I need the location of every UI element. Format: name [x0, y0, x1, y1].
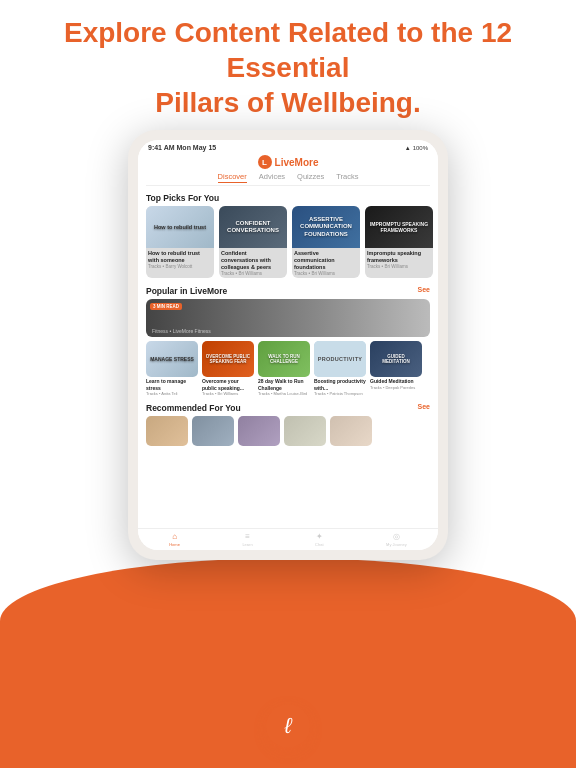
popular-title: Popular in LiveMore See — [138, 282, 438, 299]
top-picks-section: Top Picks For You How to rebuild trust H… — [138, 186, 438, 282]
tracks-row: MANAGE STRESS Learn to manage stress Tra… — [138, 341, 438, 399]
pick-card-2[interactable]: Confident conversations Confident conver… — [219, 206, 287, 278]
app-name: LiveMore — [275, 157, 319, 168]
pick-card-img-2: Confident conversations — [219, 206, 287, 248]
popular-section: Popular in LiveMore See Fitness • LiveMo… — [138, 282, 438, 337]
livermore-logo-bottom: ℓ — [266, 704, 310, 748]
track-img-productivity: PRODUCTIVITY — [314, 341, 366, 377]
recommended-title: Recommended For You See — [138, 399, 438, 416]
nav-tabs[interactable]: Discover Advices Quizzes Tracks — [146, 172, 430, 186]
track-img-stress: MANAGE STRESS — [146, 341, 198, 377]
status-icons: ▲ 100% — [405, 145, 428, 151]
tab-tracks[interactable]: Tracks — [336, 172, 358, 183]
rec-avatar-3[interactable] — [238, 416, 280, 446]
pick-card-img-1: How to rebuild trust — [146, 206, 214, 248]
track-card-walk[interactable]: WALK TO RUN CHALLENGE 28 day Walk to Run… — [258, 341, 310, 396]
pick-card-3[interactable]: Assertive communication foundations Asse… — [292, 206, 360, 278]
track-img-speaking: OVERCOME PUBLIC SPEAKING FEAR — [202, 341, 254, 377]
header-section: Explore Content Related to the 12 Essent… — [0, 15, 576, 120]
pick-card-4[interactable]: IMPROMPTU SPEAKING FRAMEWORKS Impromptu … — [365, 206, 433, 278]
recommended-row — [138, 416, 438, 446]
bottom-nav: ⌂ Home ≡ Learn ✦ Chat ◎ My Journey — [138, 528, 438, 550]
bottom-nav-learn[interactable]: ≡ Learn — [242, 532, 252, 547]
productivity-label: PRODUCTIVITY — [318, 356, 363, 362]
bottom-nav-chat[interactable]: ✦ Chat — [315, 532, 323, 547]
tab-discover[interactable]: Discover — [218, 172, 247, 183]
tab-advices[interactable]: Advices — [259, 172, 285, 183]
rec-avatar-5[interactable] — [330, 416, 372, 446]
app-logo: L LiveMore — [258, 155, 319, 169]
learn-icon: ≡ — [245, 532, 250, 541]
home-label: Home — [169, 542, 180, 547]
battery-icon: 100% — [413, 145, 428, 151]
journey-icon: ◎ — [393, 532, 400, 541]
popular-see-all[interactable]: See — [418, 286, 430, 293]
rec-avatar-4[interactable] — [284, 416, 326, 446]
tracks-section: MANAGE STRESS Learn to manage stress Tra… — [138, 341, 438, 399]
bottom-nav-journey[interactable]: ◎ My Journey — [386, 532, 407, 547]
track-card-meditation[interactable]: GUIDED MEDITATION Guided Meditation Trac… — [370, 341, 422, 396]
pick-card-1[interactable]: How to rebuild trust How to rebuild trus… — [146, 206, 214, 278]
banner-badge: 3 MIN READ — [150, 303, 182, 310]
tab-quizzes[interactable]: Quizzes — [297, 172, 324, 183]
pick-card-img-3: Assertive communication foundations — [292, 206, 360, 248]
rec-avatar-1[interactable] — [146, 416, 188, 446]
rec-avatar-2[interactable] — [192, 416, 234, 446]
chat-label: Chat — [315, 542, 323, 547]
app-header: L LiveMore Discover Advices Quizzes Trac… — [138, 153, 438, 186]
track-card-speaking[interactable]: OVERCOME PUBLIC SPEAKING FEAR Overcome y… — [202, 341, 254, 396]
logo-icon: L — [258, 155, 272, 169]
logo-letter: ℓ — [284, 715, 291, 737]
top-picks-row: How to rebuild trust How to rebuild trus… — [138, 206, 438, 282]
bottom-nav-home[interactable]: ⌂ Home — [169, 532, 180, 547]
recommended-section: Recommended For You See — [138, 399, 438, 446]
wifi-icon: ▲ — [405, 145, 411, 151]
top-picks-title: Top Picks For You — [138, 189, 438, 206]
home-icon: ⌂ — [172, 532, 177, 541]
track-img-meditation: GUIDED MEDITATION — [370, 341, 422, 377]
header-title: Explore Content Related to the 12 Essent… — [30, 15, 546, 120]
track-card-productivity[interactable]: PRODUCTIVITY Boosting productivity with.… — [314, 341, 366, 396]
learn-label: Learn — [242, 542, 252, 547]
popular-banner[interactable]: Fitness • LiveMore Fitness 3 MIN READ — [146, 299, 430, 337]
status-bar: 9:41 AM Mon May 15 ▲ 100% — [138, 140, 438, 153]
recommended-see-all[interactable]: See — [418, 403, 430, 410]
chat-icon: ✦ — [316, 532, 323, 541]
time-display: 9:41 AM Mon May 15 — [148, 144, 216, 151]
ipad-device: 9:41 AM Mon May 15 ▲ 100% L LiveMore Dis… — [128, 130, 448, 560]
track-img-walk: WALK TO RUN CHALLENGE — [258, 341, 310, 377]
pick-card-img-4: IMPROMPTU SPEAKING FRAMEWORKS — [365, 206, 433, 248]
track-card-stress[interactable]: MANAGE STRESS Learn to manage stress Tra… — [146, 341, 198, 396]
ipad-screen: 9:41 AM Mon May 15 ▲ 100% L LiveMore Dis… — [138, 140, 438, 550]
journey-label: My Journey — [386, 542, 407, 547]
